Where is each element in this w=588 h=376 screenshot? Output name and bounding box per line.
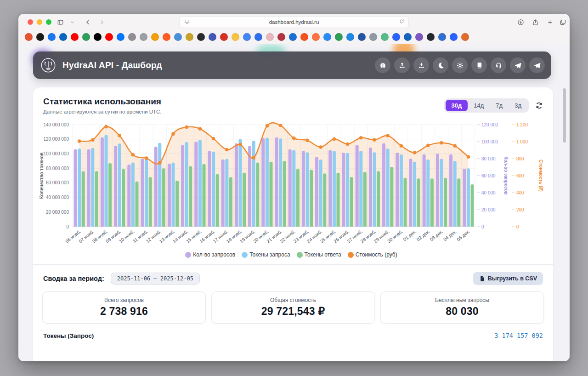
- bookmark-favicon[interactable]: [369, 33, 377, 41]
- bookmark-favicon[interactable]: [289, 33, 297, 41]
- stat-card-label: Общая стоимость: [215, 297, 371, 303]
- svg-text:200: 200: [516, 207, 524, 212]
- bookmark-favicon[interactable]: [163, 33, 170, 41]
- bookmark-favicon[interactable]: [346, 33, 354, 41]
- usage-chart: 020 000 00040 000 00060 000 00080 000 00…: [33, 114, 553, 251]
- svg-text:400: 400: [516, 190, 524, 195]
- legend-item[interactable]: Токены запроса: [242, 251, 290, 258]
- back-button[interactable]: [85, 16, 91, 28]
- date-range-pill[interactable]: 2025-11-06 – 2025-12-05: [111, 273, 200, 285]
- svg-text:02 дек.: 02 дек.: [416, 229, 430, 242]
- bookmark-favicon[interactable]: [151, 33, 159, 41]
- legend-item[interactable]: Токены ответа: [297, 251, 341, 258]
- bookmark-favicon[interactable]: [392, 33, 400, 41]
- bookmark-favicon[interactable]: [312, 33, 320, 41]
- brain-icon[interactable]: [375, 57, 390, 73]
- svg-text:100 000 000: 100 000 000: [43, 151, 69, 156]
- bookmark-favicon[interactable]: [105, 33, 113, 41]
- bookmark-favicon[interactable]: [209, 33, 216, 41]
- address-bar[interactable]: dashboard.hydraai.ru: [179, 16, 409, 28]
- legend-item[interactable]: Кол-во запросов: [185, 251, 235, 258]
- period-button-7д[interactable]: 7д: [490, 100, 509, 111]
- svg-text:04 дек.: 04 дек.: [442, 229, 457, 242]
- bookmark-favicon[interactable]: [82, 33, 90, 41]
- tab-overview-icon[interactable]: [560, 16, 566, 28]
- bookmark-favicon[interactable]: [415, 33, 423, 41]
- bookmark-favicon[interactable]: [128, 33, 136, 41]
- bookmark-favicon[interactable]: [140, 33, 147, 41]
- bookmark-favicon[interactable]: [220, 33, 228, 41]
- zoom-window-button[interactable]: [46, 19, 51, 25]
- bookmark-favicon[interactable]: [300, 33, 308, 41]
- bookmark-favicon[interactable]: [266, 33, 274, 41]
- period-button-14д[interactable]: 14д: [468, 100, 490, 111]
- svg-text:40 000: 40 000: [481, 190, 496, 195]
- sidebar-toggle-icon[interactable]: [57, 16, 64, 28]
- stat-card-value: 29 721,543 ₽: [215, 305, 371, 318]
- bookmark-favicon[interactable]: [186, 33, 193, 41]
- bookmark-favicon[interactable]: [254, 33, 262, 41]
- summary-cards: Всего запросов2 738 916Общая стоимость29…: [33, 287, 553, 324]
- chevron-down-icon[interactable]: [70, 16, 75, 28]
- legend-label: Стоимость (руб): [356, 251, 397, 258]
- bookmark-favicon[interactable]: [59, 33, 67, 41]
- bookmark-favicon[interactable]: [404, 33, 412, 41]
- hydra-logo-icon: [40, 57, 57, 74]
- period-button-3д[interactable]: 3д: [509, 100, 527, 111]
- legend-label: Токены запроса: [249, 251, 290, 258]
- bookmark-favicon[interactable]: [117, 33, 124, 41]
- bookmark-favicon[interactable]: [277, 33, 285, 41]
- bookmark-favicon[interactable]: [174, 33, 182, 41]
- app-header: HydraAI API - Дашборд: [33, 51, 551, 79]
- bookmark-favicon[interactable]: [381, 33, 389, 41]
- bookmark-favicon[interactable]: [197, 33, 205, 41]
- bookmark-favicon[interactable]: [243, 33, 251, 41]
- legend-color-dot: [348, 252, 354, 258]
- bookmark-favicon[interactable]: [94, 33, 102, 41]
- period-button-30д[interactable]: 30д: [446, 100, 468, 111]
- share-icon[interactable]: [532, 16, 539, 28]
- browser-window: dashboard.hydraai.ru: [18, 14, 570, 361]
- bookmark-favicon[interactable]: [25, 33, 33, 41]
- bookmark-favicon[interactable]: [427, 33, 435, 41]
- export-csv-button[interactable]: Выгрузить в CSV: [473, 272, 543, 285]
- reload-icon[interactable]: [399, 18, 405, 26]
- page-scrollbar[interactable]: [563, 88, 566, 142]
- forward-button[interactable]: [98, 16, 105, 28]
- docs-book-icon[interactable]: [471, 57, 487, 73]
- bookmark-favicon[interactable]: [335, 33, 343, 41]
- download-icon[interactable]: [413, 57, 429, 73]
- bookmark-favicon[interactable]: [71, 33, 79, 41]
- svg-text:100 000: 100 000: [481, 139, 498, 144]
- stat-card-label: Бесплатные запросы: [384, 297, 540, 303]
- svg-text:120 000 000: 120 000 000: [43, 137, 69, 142]
- telegram-icon[interactable]: [510, 57, 526, 73]
- minimize-window-button[interactable]: [37, 19, 42, 25]
- bookmark-favicon[interactable]: [358, 33, 366, 41]
- bookmark-favicon[interactable]: [232, 33, 239, 41]
- refresh-icon[interactable]: [535, 102, 543, 109]
- browser-toolbar: dashboard.hydraai.ru: [18, 14, 570, 30]
- moon-icon[interactable]: [433, 57, 448, 73]
- bookmark-favicon[interactable]: [438, 33, 446, 41]
- bookmark-favicon[interactable]: [48, 33, 56, 41]
- bookmark-favicon[interactable]: [323, 33, 331, 41]
- url-text: dashboard.hydraai.ru: [269, 19, 319, 25]
- svg-text:0: 0: [516, 224, 519, 229]
- support-headset-icon[interactable]: [491, 57, 506, 73]
- period-selector: 30д14д7д3д: [444, 98, 529, 113]
- bookmark-favicon[interactable]: [450, 33, 458, 41]
- bookmark-favicon[interactable]: [36, 33, 44, 41]
- upload-icon[interactable]: [394, 57, 410, 73]
- close-window-button[interactable]: [28, 19, 33, 25]
- settings-gear-icon[interactable]: [452, 57, 468, 73]
- bookmark-favicon[interactable]: [461, 33, 469, 41]
- svg-text:0: 0: [66, 224, 69, 229]
- app-title: HydraAI API - Дашборд: [62, 60, 162, 70]
- legend-item[interactable]: Стоимость (руб): [348, 251, 397, 258]
- telegram-channel-icon[interactable]: [529, 57, 545, 73]
- downloads-icon[interactable]: [517, 16, 524, 28]
- usage-stats-card: Статистика использования Данные агрегиру…: [33, 87, 553, 361]
- svg-text:80 000: 80 000: [481, 156, 496, 161]
- new-tab-icon[interactable]: [547, 16, 554, 28]
